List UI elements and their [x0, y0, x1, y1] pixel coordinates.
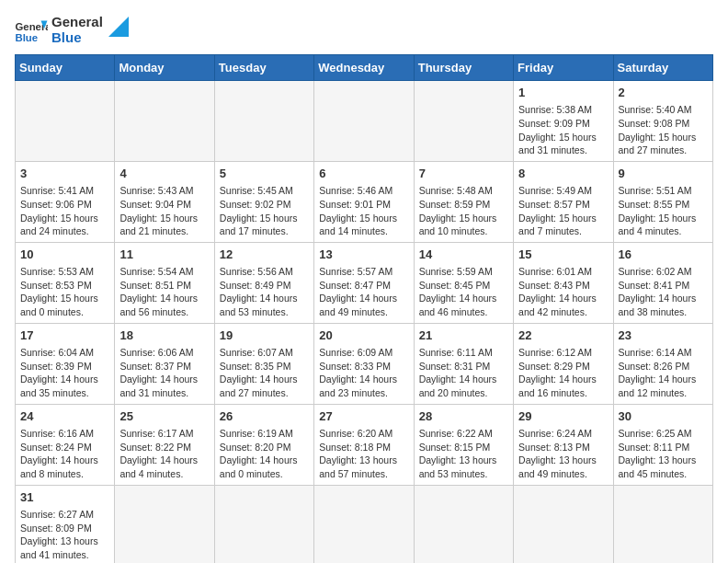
calendar-cell: 15Sunrise: 6:01 AMSunset: 8:43 PMDayligh…: [514, 242, 613, 323]
day-number: 3: [20, 166, 109, 182]
sunset-text: Sunset: 8:11 PM: [619, 441, 708, 454]
sunset-text: Sunset: 8:22 PM: [119, 441, 209, 454]
sunset-text: Sunset: 9:09 PM: [518, 117, 608, 131]
sunrise-text: Sunrise: 6:17 AM: [119, 427, 209, 441]
daylight-text: Daylight: 14 hours and 12 minutes.: [619, 373, 708, 399]
sunset-text: Sunset: 9:01 PM: [319, 198, 408, 212]
sunset-text: Sunset: 8:51 PM: [119, 279, 209, 293]
daylight-text: Daylight: 15 hours and 4 minutes.: [619, 212, 708, 238]
calendar-week-row: 17Sunrise: 6:04 AMSunset: 8:39 PMDayligh…: [16, 323, 713, 404]
calendar-week-row: 31Sunrise: 6:27 AMSunset: 8:09 PMDayligh…: [16, 485, 713, 563]
daylight-text: Daylight: 15 hours and 14 minutes.: [319, 212, 408, 238]
daylight-text: Daylight: 13 hours and 41 minutes.: [20, 534, 109, 561]
sunrise-text: Sunrise: 5:56 AM: [220, 265, 309, 279]
sunrise-text: Sunrise: 6:24 AM: [518, 427, 608, 441]
sunrise-text: Sunrise: 5:45 AM: [220, 184, 309, 198]
sunset-text: Sunset: 8:18 PM: [319, 441, 408, 454]
sunset-text: Sunset: 8:24 PM: [20, 441, 109, 454]
calendar-cell: 13Sunrise: 5:57 AMSunset: 8:47 PMDayligh…: [314, 242, 414, 323]
daylight-text: Daylight: 15 hours and 7 minutes.: [518, 212, 608, 238]
sunrise-text: Sunrise: 5:40 AM: [619, 103, 708, 117]
sunset-text: Sunset: 8:55 PM: [619, 198, 708, 212]
sunrise-text: Sunrise: 6:06 AM: [119, 346, 209, 360]
sunset-text: Sunset: 8:53 PM: [20, 279, 109, 293]
sunset-text: Sunset: 8:26 PM: [619, 360, 708, 373]
sunset-text: Sunset: 9:08 PM: [619, 117, 708, 131]
daylight-text: Daylight: 15 hours and 31 minutes.: [518, 131, 608, 157]
sunset-text: Sunset: 8:20 PM: [220, 441, 309, 454]
daylight-text: Daylight: 13 hours and 49 minutes.: [518, 454, 608, 480]
day-number: 27: [319, 408, 408, 425]
sunset-text: Sunset: 9:06 PM: [20, 198, 109, 212]
sunrise-text: Sunrise: 5:46 AM: [319, 184, 408, 198]
calendar-week-row: 10Sunrise: 5:53 AMSunset: 8:53 PMDayligh…: [16, 242, 713, 323]
sunrise-text: Sunrise: 5:43 AM: [119, 184, 209, 198]
day-number: 28: [419, 408, 508, 425]
sunrise-text: Sunrise: 6:02 AM: [619, 265, 708, 279]
calendar-cell: [613, 485, 712, 563]
day-number: 14: [419, 247, 508, 263]
sunrise-text: Sunrise: 6:09 AM: [319, 346, 408, 360]
daylight-text: Daylight: 13 hours and 45 minutes.: [619, 454, 708, 480]
calendar-cell: [115, 81, 214, 162]
sunset-text: Sunset: 8:43 PM: [518, 279, 608, 293]
sunrise-text: Sunrise: 5:59 AM: [419, 265, 508, 279]
day-number: 30: [619, 408, 708, 425]
day-number: 25: [119, 408, 209, 425]
day-number: 4: [119, 166, 209, 182]
sunset-text: Sunset: 8:37 PM: [119, 360, 209, 373]
calendar-week-row: 24Sunrise: 6:16 AMSunset: 8:24 PMDayligh…: [16, 404, 713, 485]
sunrise-text: Sunrise: 6:22 AM: [419, 427, 508, 441]
sunrise-text: Sunrise: 6:19 AM: [220, 427, 309, 441]
day-number: 11: [119, 247, 209, 263]
calendar-cell: 14Sunrise: 5:59 AMSunset: 8:45 PMDayligh…: [414, 242, 513, 323]
calendar-cell: 28Sunrise: 6:22 AMSunset: 8:15 PMDayligh…: [414, 404, 513, 485]
daylight-text: Daylight: 14 hours and 42 minutes.: [518, 292, 608, 318]
sunset-text: Sunset: 8:31 PM: [419, 360, 508, 373]
daylight-text: Daylight: 15 hours and 27 minutes.: [619, 131, 708, 157]
weekday-header-wednesday: Wednesday: [314, 55, 414, 81]
calendar-cell: [16, 81, 115, 162]
daylight-text: Daylight: 14 hours and 56 minutes.: [119, 292, 209, 318]
day-number: 2: [619, 85, 708, 101]
sunset-text: Sunset: 8:41 PM: [619, 279, 708, 293]
calendar-cell: [314, 485, 414, 563]
calendar-week-row: 3Sunrise: 5:41 AMSunset: 9:06 PMDaylight…: [16, 161, 713, 242]
calendar-cell: 4Sunrise: 5:43 AMSunset: 9:04 PMDaylight…: [115, 161, 214, 242]
day-number: 16: [619, 247, 708, 263]
calendar-cell: 29Sunrise: 6:24 AMSunset: 8:13 PMDayligh…: [514, 404, 613, 485]
calendar-cell: 2Sunrise: 5:40 AMSunset: 9:08 PMDaylight…: [613, 81, 712, 162]
calendar-cell: 3Sunrise: 5:41 AMSunset: 9:06 PMDaylight…: [16, 161, 115, 242]
daylight-text: Daylight: 14 hours and 4 minutes.: [119, 454, 209, 480]
daylight-text: Daylight: 14 hours and 46 minutes.: [419, 292, 508, 318]
daylight-text: Daylight: 14 hours and 38 minutes.: [619, 292, 708, 318]
sunrise-text: Sunrise: 5:41 AM: [20, 184, 109, 198]
sunset-text: Sunset: 9:04 PM: [119, 198, 209, 212]
daylight-text: Daylight: 14 hours and 0 minutes.: [220, 454, 309, 480]
day-number: 6: [319, 166, 408, 182]
calendar-table: SundayMondayTuesdayWednesdayThursdayFrid…: [15, 54, 713, 563]
calendar-cell: 5Sunrise: 5:45 AMSunset: 9:02 PMDaylight…: [214, 161, 313, 242]
daylight-text: Daylight: 14 hours and 27 minutes.: [220, 373, 309, 399]
daylight-text: Daylight: 13 hours and 57 minutes.: [319, 454, 408, 480]
calendar-cell: 16Sunrise: 6:02 AMSunset: 8:41 PMDayligh…: [613, 242, 712, 323]
sunrise-text: Sunrise: 6:04 AM: [20, 346, 109, 360]
weekday-header-monday: Monday: [115, 55, 214, 81]
sunset-text: Sunset: 8:35 PM: [220, 360, 309, 373]
day-number: 29: [518, 408, 608, 425]
daylight-text: Daylight: 14 hours and 53 minutes.: [220, 292, 309, 318]
sunrise-text: Sunrise: 5:54 AM: [119, 265, 209, 279]
calendar-cell: 6Sunrise: 5:46 AMSunset: 9:01 PMDaylight…: [314, 161, 414, 242]
sunset-text: Sunset: 8:29 PM: [518, 360, 608, 373]
calendar-cell: [214, 485, 313, 563]
weekday-header-sunday: Sunday: [16, 55, 115, 81]
sunrise-text: Sunrise: 5:57 AM: [319, 265, 408, 279]
header: General Blue General Blue: [15, 15, 713, 45]
daylight-text: Daylight: 14 hours and 16 minutes.: [518, 373, 608, 399]
day-number: 7: [419, 166, 508, 182]
calendar-cell: 25Sunrise: 6:17 AMSunset: 8:22 PMDayligh…: [115, 404, 214, 485]
weekday-header-saturday: Saturday: [613, 55, 712, 81]
sunset-text: Sunset: 8:09 PM: [20, 522, 109, 535]
sunrise-text: Sunrise: 6:16 AM: [20, 427, 109, 441]
logo-triangle-icon: [108, 17, 129, 37]
